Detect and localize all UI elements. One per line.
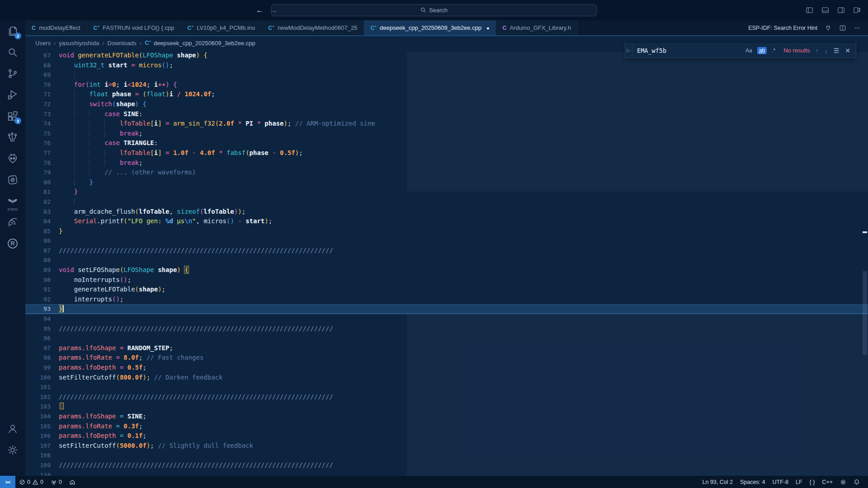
line-number[interactable]: 79 — [25, 168, 59, 178]
more-actions-icon[interactable] — [854, 24, 861, 32]
code-line-87[interactable]: 87//////////////////////////////////////… — [25, 246, 868, 256]
nav-back-icon[interactable]: ← — [256, 6, 264, 15]
activity-item-source-control[interactable] — [0, 63, 25, 84]
line-number[interactable]: 110 — [25, 470, 59, 476]
code-editor[interactable]: 67void generateLFOTable(LFOShape shape) … — [25, 49, 868, 476]
line-number[interactable]: 85 — [25, 226, 59, 236]
line-number[interactable]: 99 — [25, 363, 59, 373]
line-number[interactable]: 109 — [25, 460, 59, 470]
tab-deepseek-cpp-20250609-3eb2ee-cpp[interactable]: C+deepseek_cpp_20250609_3eb2ee.cpp● — [364, 20, 496, 35]
plug-icon[interactable] — [825, 24, 832, 32]
activity-item-search[interactable] — [0, 42, 25, 63]
line-number[interactable]: 95 — [25, 324, 59, 334]
line-number[interactable]: 67 — [25, 51, 59, 61]
dirty-indicator-icon[interactable]: ● — [486, 25, 490, 31]
code-line-100[interactable]: 100setFilterCutoff(800.0f); // Darken fe… — [25, 373, 868, 383]
line-number[interactable]: 73 — [25, 109, 59, 119]
line-number[interactable]: 82 — [25, 197, 59, 207]
notifications-button[interactable] — [850, 479, 863, 485]
code-line-93[interactable]: 93} — [25, 304, 868, 314]
tab-fastrun-void-lfo-cpp[interactable]: C+FASTRUN void LFO() {.cpp — [87, 20, 181, 35]
code-line-74[interactable]: 74 lfoTable[i] = arm_sin_f32(2.0f * PI *… — [25, 119, 868, 129]
line-number[interactable]: 104 — [25, 412, 59, 422]
line-number[interactable]: 90 — [25, 275, 59, 285]
encoding[interactable]: UTF-8 — [769, 479, 792, 485]
split-editor-icon[interactable] — [839, 24, 846, 32]
toggle-panel-icon[interactable] — [821, 6, 829, 14]
code-line-110[interactable]: 110 — [25, 470, 868, 476]
code-line-72[interactable]: 72 switch(shape) { — [25, 99, 868, 109]
remote-indicator[interactable]: >< — [0, 476, 15, 488]
line-number[interactable]: 102 — [25, 392, 59, 402]
line-number[interactable]: 101 — [25, 382, 59, 392]
line-number[interactable]: 76 — [25, 138, 59, 148]
code-line-69[interactable]: 69 — [25, 70, 868, 80]
line-number[interactable]: 70 — [25, 80, 59, 90]
line-number[interactable]: 69 — [25, 70, 59, 80]
line-number[interactable]: 78 — [25, 158, 59, 168]
problems-indicator[interactable]: 0 0 — [15, 476, 47, 488]
line-number[interactable]: 72 — [25, 99, 59, 109]
code-line-75[interactable]: 75 break; — [25, 129, 868, 139]
code-line-99[interactable]: 99params.lfoDepth = 0.5f; — [25, 363, 868, 373]
code-line-79[interactable]: 79 // ... (other waveforms) — [25, 168, 868, 178]
code-line-102[interactable]: 102/////////////////////////////////////… — [25, 392, 868, 402]
activity-item-stm32[interactable]: STM32 — [0, 190, 25, 211]
breadcrumb-item[interactable]: Downloads — [108, 40, 137, 47]
find-expand-chevron[interactable]: ▷ — [625, 43, 632, 58]
line-number[interactable]: 91 — [25, 285, 59, 295]
cursor-position[interactable]: Ln 93, Col 2 — [699, 479, 736, 485]
code-line-106[interactable]: 106params.lfoDepth = 0.1f; — [25, 431, 868, 441]
line-number[interactable]: 108 — [25, 450, 59, 460]
code-line-81[interactable]: 81 } — [25, 187, 868, 197]
editor-scrollbar[interactable] — [862, 49, 868, 476]
language-mode[interactable]: C++ — [818, 479, 836, 485]
line-number[interactable]: 81 — [25, 187, 59, 197]
command-center-search[interactable]: Search — [271, 4, 597, 16]
scrollbar-thumb[interactable] — [863, 271, 867, 355]
line-number[interactable]: 74 — [25, 119, 59, 129]
find-close-icon[interactable]: ✕ — [845, 47, 850, 54]
customize-layout-icon[interactable] — [853, 6, 861, 14]
code-line-109[interactable]: 109/////////////////////////////////////… — [25, 460, 868, 470]
nav-forward-icon[interactable]: → — [270, 6, 278, 15]
line-number[interactable]: 92 — [25, 295, 59, 305]
toggle-sidebar-icon[interactable] — [806, 6, 813, 14]
code-line-71[interactable]: 71 float phase = (float)i / 1024.0f; — [25, 89, 868, 99]
breadcrumb-item[interactable]: Users — [35, 40, 51, 47]
code-line-70[interactable]: 70 for(int i=0; i<1024; i++) { — [25, 80, 868, 90]
breadcrumb-item[interactable]: yasushiyoshida — [59, 40, 99, 47]
code-line-68[interactable]: 68 uint32_t start = micros(); — [25, 61, 868, 70]
line-number[interactable]: 100 — [25, 373, 59, 383]
code-line-85[interactable]: 85} — [25, 226, 868, 236]
indentation[interactable]: Spaces: 4 — [736, 479, 769, 485]
line-number[interactable]: 96 — [25, 333, 59, 343]
line-number[interactable]: 103 — [25, 402, 59, 412]
line-number[interactable]: 89 — [25, 265, 59, 275]
tab-arduino-gfx-library-h[interactable]: CArduino_GFX_Library.h — [496, 20, 578, 35]
code-line-98[interactable]: 98params.lfoRate = 8.0f; // Fast changes — [25, 353, 868, 363]
line-number[interactable]: 80 — [25, 178, 59, 188]
tab-newmoddelaymethod0607-25[interactable]: C+newModDelayMethod0607_25 — [262, 20, 364, 35]
line-number[interactable]: 68 — [25, 61, 59, 70]
find-next-icon[interactable]: ↓ — [825, 47, 828, 54]
line-number[interactable]: 87 — [25, 246, 59, 256]
code-line-77[interactable]: 77 lfoTable[i] = 1.0f - 4.0f * fabsf(pha… — [25, 148, 868, 158]
code-line-94[interactable]: 94 — [25, 314, 868, 324]
line-number[interactable]: 98 — [25, 353, 59, 363]
whole-word-toggle[interactable]: ab — [757, 47, 767, 54]
code-line-78[interactable]: 78 break; — [25, 158, 868, 168]
code-line-104[interactable]: 104params.lfoShape = SINE; — [25, 412, 868, 422]
code-line-96[interactable]: 96 — [25, 333, 868, 343]
activity-item-accounts[interactable] — [0, 418, 25, 439]
tab-lv10p0-k4-pcmb-ino[interactable]: C+LV10p0_k4_PCMb.ino — [181, 20, 262, 35]
code-line-84[interactable]: 84 Serial.printf("LFO gen: %d µs\n", mic… — [25, 216, 868, 226]
code-line-83[interactable]: 83 arm_dcache_flush(lfoTable, sizeof(lfo… — [25, 207, 868, 217]
line-number[interactable]: 107 — [25, 441, 59, 451]
code-line-73[interactable]: 73 case SINE: — [25, 109, 868, 119]
activity-item-esp-idf[interactable] — [0, 211, 25, 233]
toggle-secondary-sidebar-icon[interactable] — [837, 6, 845, 14]
code-line-92[interactable]: 92 interrupts(); — [25, 295, 868, 305]
line-number[interactable]: 75 — [25, 129, 59, 139]
code-line-91[interactable]: 91 generateLFOTable(shape); — [25, 285, 868, 295]
